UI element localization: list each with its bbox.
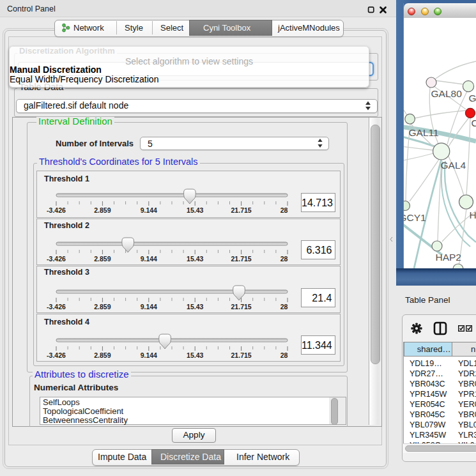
svg-text:9.144: 9.144 <box>141 303 157 311</box>
svg-text:GAL4: GAL4 <box>441 160 466 171</box>
svg-text:2.859: 2.859 <box>94 303 111 311</box>
svg-text:21.715: 21.715 <box>231 351 252 358</box>
svg-text:-3.426: -3.426 <box>47 303 66 311</box>
svg-text:21.715: 21.715 <box>231 254 252 262</box>
svg-text:-3.426: -3.426 <box>47 254 66 262</box>
svg-text:2.859: 2.859 <box>94 206 111 214</box>
svg-text:28: 28 <box>280 303 288 311</box>
svg-text:21.715: 21.715 <box>231 303 252 311</box>
svg-text:-3.426: -3.426 <box>47 351 66 358</box>
svg-text:GAL80: GAL80 <box>431 88 463 99</box>
svg-text:2.859: 2.859 <box>94 254 111 262</box>
svg-text:HAP2: HAP2 <box>436 252 462 263</box>
svg-text:15.43: 15.43 <box>187 303 203 311</box>
svg-text:CY: CY <box>472 118 476 128</box>
svg-text:9.144: 9.144 <box>141 254 157 262</box>
svg-text:GAL11: GAL11 <box>409 127 439 138</box>
svg-text:28: 28 <box>280 254 288 262</box>
svg-text:2.859: 2.859 <box>94 351 111 358</box>
svg-text:HI: HI <box>470 210 476 220</box>
svg-text:GCY1: GCY1 <box>404 212 426 223</box>
svg-text:15.43: 15.43 <box>187 254 203 262</box>
svg-text:21.715: 21.715 <box>231 206 252 214</box>
svg-text:9.144: 9.144 <box>141 206 157 214</box>
svg-text:9.144: 9.144 <box>141 351 157 358</box>
svg-text:28: 28 <box>280 351 288 358</box>
svg-text:15.43: 15.43 <box>187 206 203 214</box>
svg-text:15.43: 15.43 <box>187 351 203 358</box>
svg-text:G.: G. <box>469 93 476 104</box>
svg-text:-3.426: -3.426 <box>47 206 66 214</box>
svg-text:28: 28 <box>280 206 288 214</box>
